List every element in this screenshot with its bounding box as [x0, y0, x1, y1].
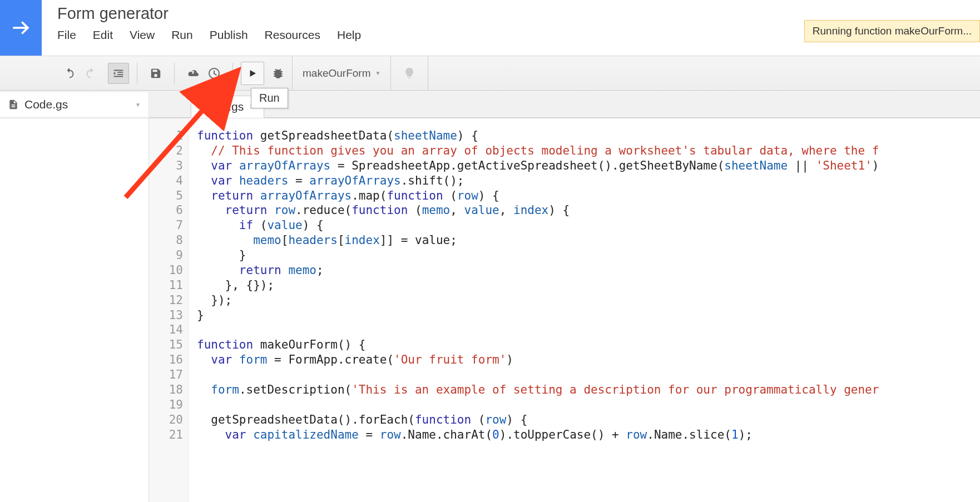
app-logo[interactable] [0, 0, 42, 56]
sidebar [0, 118, 149, 502]
toolbar: makeOurForm ▼ [0, 56, 980, 91]
redo-button[interactable] [80, 63, 101, 84]
deploy-button[interactable] [182, 63, 204, 84]
menu-help[interactable]: Help [337, 28, 361, 42]
menu-file[interactable]: File [57, 28, 76, 42]
menu-publish[interactable]: Publish [210, 28, 248, 42]
save-button[interactable] [145, 63, 166, 84]
triggers-button[interactable] [204, 63, 225, 84]
chevron-down-icon: ▼ [375, 70, 380, 76]
document-title[interactable]: Form generator [57, 4, 361, 23]
run-button[interactable] [241, 62, 264, 85]
chevron-down-icon: ▼ [135, 102, 141, 108]
lightbulb-button[interactable] [399, 63, 420, 84]
line-gutter: 123456789101112131415161718192021 [149, 118, 189, 502]
function-selected-label: makeOurForm [303, 67, 370, 79]
status-banner: Running function makeOurForm... [804, 20, 980, 42]
undo-button[interactable] [59, 63, 80, 84]
debug-button[interactable] [268, 63, 289, 84]
tab-label: Code.gs [200, 100, 244, 113]
run-tooltip: Run [251, 88, 288, 108]
menubar: File Edit View Run Publish Resources Hel… [57, 28, 361, 42]
code-editor[interactable]: 123456789101112131415161718192021 functi… [149, 118, 980, 502]
file-icon [8, 99, 19, 110]
file-selector[interactable]: Code.gs ▼ [0, 92, 149, 117]
indent-button[interactable] [108, 63, 129, 84]
menu-view[interactable]: View [130, 28, 155, 42]
function-selector[interactable]: makeOurForm ▼ [292, 56, 391, 90]
menu-run[interactable]: Run [171, 28, 193, 42]
code-content[interactable]: function getSpreadsheetData(sheetName) {… [189, 118, 980, 502]
file-selector-label: Code.gs [24, 98, 135, 111]
menu-edit[interactable]: Edit [93, 28, 113, 42]
menu-resources[interactable]: Resources [265, 28, 320, 42]
